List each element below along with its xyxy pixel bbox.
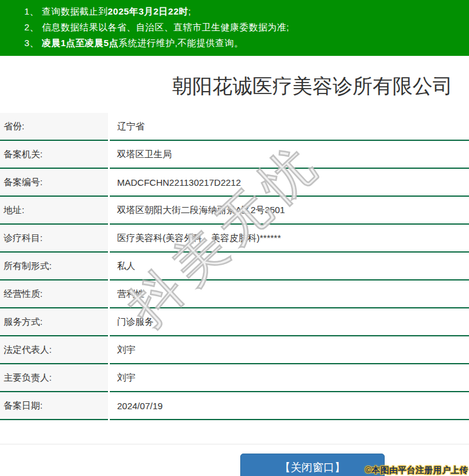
row-value: 刘宇 xyxy=(110,364,469,392)
table-row: 省份: 辽宁省 xyxy=(0,113,469,141)
row-label: 备案机关: xyxy=(0,141,108,169)
row-value: 2024/07/19 xyxy=(110,392,469,420)
table-row: 经营性质: 营利性 xyxy=(0,280,469,308)
table-row: 地址: 双塔区朝阳大街二段海纳丽景A区2号3501 xyxy=(0,197,469,225)
table-row: 备案日期: 2024/07/19 xyxy=(0,392,469,420)
notice-line-2: 2、 信息数据结果以各省、自治区、直辖市卫生健康委数据为准; xyxy=(24,19,469,35)
row-value: 辽宁省 xyxy=(110,113,469,141)
notice-banner: 1、 查询数据截止到2025年3月2日22时; 2、 信息数据结果以各省、自治区… xyxy=(0,0,469,56)
notice-line-3: 3、 凌晨1点至凌晨5点系统进行维护,不能提供查询。 xyxy=(24,35,469,51)
row-label: 所有制形式: xyxy=(0,253,108,280)
row-value: 营利性 xyxy=(110,280,469,308)
table-row: 备案编号: MADCFCHN221130217D2212 xyxy=(0,169,469,197)
table-row: 服务方式: 门诊服务 xyxy=(0,308,469,336)
row-value: 双塔区卫生局 xyxy=(110,141,469,169)
row-label: 备案日期: xyxy=(0,392,108,420)
row-value: 医疗美容科(美容外科、美容皮肤科)****** xyxy=(110,225,469,253)
row-label: 地址: xyxy=(0,197,108,225)
notice-line-3-text: 3、 xyxy=(24,38,42,48)
notice-line-1-suffix: ; xyxy=(188,6,191,16)
row-value: 刘宇 xyxy=(110,336,469,364)
record-table: 省份: 辽宁省 备案机关: 双塔区卫生局 备案编号: MADCFCHN22113… xyxy=(0,113,469,420)
row-value: 双塔区朝阳大街二段海纳丽景A区2号3501 xyxy=(110,197,469,225)
row-label: 诊疗科目: xyxy=(0,225,108,253)
table-row: 法定代表人: 刘宇 xyxy=(0,336,469,364)
notice-line-1-text: 1、 查询数据截止到 xyxy=(24,6,108,16)
close-window-button[interactable]: 【关闭窗口】 xyxy=(240,454,385,476)
notice-line-3-bold: 凌晨1点至凌晨5点 xyxy=(42,38,118,48)
row-value: 门诊服务 xyxy=(110,308,469,336)
record-page: 1、 查询数据截止到2025年3月2日22时; 2、 信息数据结果以各省、自治区… xyxy=(0,0,469,476)
row-value: MADCFCHN221130217D2212 xyxy=(110,169,469,197)
table-row: 所有制形式: 私人 xyxy=(0,253,469,280)
upload-credit-watermark: ©本图由平台注册用户上传 xyxy=(365,465,468,476)
notice-line-3-suffix: 系统进行维护,不能提供查询。 xyxy=(118,38,243,48)
row-label: 备案编号: xyxy=(0,169,108,197)
notice-line-1: 1、 查询数据截止到2025年3月2日22时; xyxy=(24,4,469,19)
row-label: 主要负责人: xyxy=(0,364,108,392)
row-value: 私人 xyxy=(110,253,469,280)
row-label: 法定代表人: xyxy=(0,336,108,364)
table-row: 主要负责人: 刘宇 xyxy=(0,364,469,392)
row-label: 经营性质: xyxy=(0,280,108,308)
page-title: 朝阳花诚医疗美容诊所有限公司 xyxy=(0,72,469,100)
row-label: 服务方式: xyxy=(0,308,108,336)
table-row: 诊疗科目: 医疗美容科(美容外科、美容皮肤科)****** xyxy=(0,225,469,253)
footer-divider xyxy=(0,444,469,444)
notice-line-1-bold: 2025年3月2日22时 xyxy=(108,6,189,16)
table-row: 备案机关: 双塔区卫生局 xyxy=(0,141,469,169)
row-label: 省份: xyxy=(0,113,108,141)
